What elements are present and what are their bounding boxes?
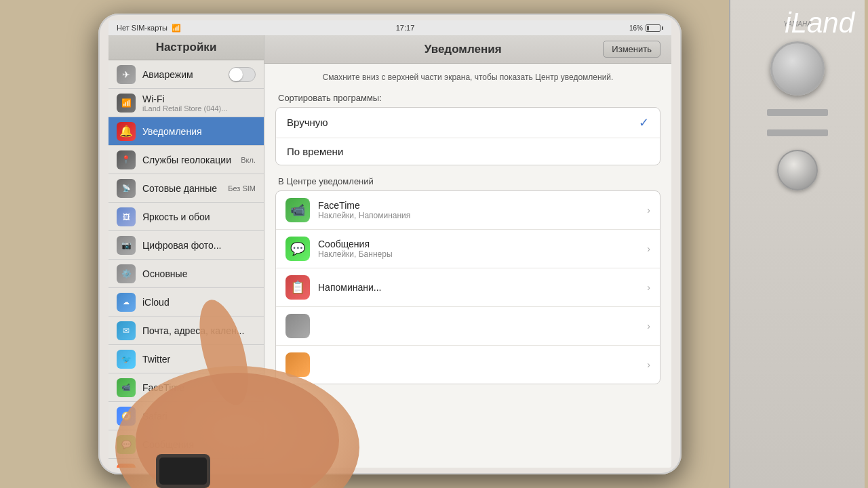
camera-text: Цифровая фото... (142, 240, 256, 251)
watermark-text: iLand (785, 7, 854, 39)
notification-center-label: В Центре уведомлений (275, 176, 660, 186)
general-text: Основные (142, 268, 256, 279)
music-text: Музыка (142, 468, 256, 468)
toggle-track (229, 67, 256, 82)
notif-row5-icon (285, 352, 310, 377)
main-area: Настройки ✈ Авиарежим 📶 (108, 35, 671, 468)
wifi-text: Wi-Fi iLand Retail Store (044)... (142, 94, 256, 113)
location-text: Службы геолокации (142, 155, 234, 165)
sidebar-item-safari[interactable]: 🧭 Safari (108, 402, 264, 430)
ipad-screen: Нет SIM-карты 📶 17:17 16% Настройки (108, 20, 671, 468)
airplane-text: Авиарежим (142, 69, 222, 80)
sidebar-item-airplane[interactable]: ✈ Авиарежим (108, 60, 264, 89)
mail-label: Почта, адреса, кален... (142, 325, 256, 336)
sidebar-item-wallpaper[interactable]: 🖼 Яркость и обои (108, 203, 264, 231)
twitter-text: Twitter (142, 354, 256, 365)
messages-chevron-icon: › (647, 243, 650, 254)
icloud-icon: ☁ (117, 293, 136, 312)
notif-item-row4[interactable]: › (276, 307, 660, 346)
notif-messages-name: Сообщения (318, 239, 639, 249)
cellular-badge: Без SIM (228, 184, 256, 192)
yamaha-knob (770, 41, 825, 96)
music-label: Музыка (142, 468, 256, 468)
sort-option-time[interactable]: По времени (276, 138, 660, 165)
cellular-label: Сотовые данные (142, 183, 221, 194)
hint-text: Смахните вниз с верхней части экрана, чт… (275, 72, 660, 83)
sidebar-item-notifications[interactable]: 🔔 Уведомления (108, 117, 264, 146)
status-right: 16% (629, 24, 663, 32)
notif-reminders-text: Напоминани... (318, 282, 639, 293)
sidebar-item-cellular[interactable]: 📡 Сотовые данные Без SIM (108, 174, 264, 203)
no-sim-text: Нет SIM-карты (117, 24, 167, 32)
edit-button[interactable]: Изменить (603, 41, 660, 58)
battery-indicator (646, 24, 663, 32)
notif-messages-text: Сообщения Наклейки, Баннеры (318, 239, 639, 259)
camera-icon: 📷 (117, 236, 136, 255)
location-label: Службы геолокации (142, 155, 234, 165)
twitter-label: Twitter (142, 354, 256, 365)
notifications-icon: 🔔 (117, 122, 136, 141)
camera-label: Цифровая фото... (142, 240, 256, 251)
sidebar-item-music[interactable]: 🎵 Музыка (108, 459, 264, 468)
sidebar-item-location[interactable]: 📍 Службы геолокации Вкл. (108, 146, 264, 174)
wifi-icon: 📶 (172, 24, 181, 33)
sidebar: Настройки ✈ Авиарежим 📶 (108, 35, 264, 468)
sort-label: Сортировать программы: (275, 93, 660, 103)
airplane-toggle[interactable] (229, 67, 256, 82)
messages-label: Сообщения (142, 439, 256, 450)
notifications-text: Уведомления (142, 126, 256, 137)
safari-icon: 🧭 (117, 407, 136, 426)
cellular-text: Сотовые данные (142, 183, 221, 194)
sidebar-item-general[interactable]: ⚙️ Основные (108, 260, 264, 288)
sidebar-item-twitter[interactable]: 🐦 Twitter (108, 345, 264, 373)
sidebar-item-mail[interactable]: ✉ Почта, адреса, кален... (108, 317, 264, 345)
ipad-frame: Нет SIM-карты 📶 17:17 16% Настройки (98, 14, 682, 474)
notif-item-reminders[interactable]: 📋 Напоминани... › (276, 268, 660, 307)
row5-chevron-icon: › (647, 359, 650, 370)
safari-text: Safari (142, 411, 256, 422)
battery-percent: 16% (629, 24, 643, 32)
location-badge: Вкл. (241, 156, 256, 164)
twitter-icon: 🐦 (117, 350, 136, 369)
content-body: Смахните вниз с верхней части экрана, чт… (264, 64, 671, 468)
sidebar-header: Настройки (108, 35, 264, 60)
sidebar-item-facetime[interactable]: 📹 FaceTime (108, 373, 264, 402)
wifi-sublabel: iLand Retail Store (044)... (142, 104, 256, 113)
wallpaper-text: Яркость и обои (142, 211, 256, 222)
notif-facetime-name: FaceTime (318, 200, 639, 211)
notif-reminders-name: Напоминани... (318, 282, 639, 293)
notif-item-row5[interactable]: › (276, 346, 660, 384)
yamaha-bar2 (767, 129, 828, 136)
sort-options-group: Вручную ✓ По времени (275, 107, 660, 165)
icloud-label: iCloud (142, 297, 256, 308)
notif-messages-icon: 💬 (285, 237, 310, 261)
sidebar-item-camera[interactable]: 📷 Цифровая фото... (108, 231, 264, 260)
reminders-chevron-icon: › (647, 282, 650, 293)
music-icon: 🎵 (117, 464, 136, 468)
status-bar: Нет SIM-карты 📶 17:17 16% (108, 20, 671, 35)
airplane-icon: ✈ (117, 65, 136, 84)
notif-messages-sub: Наклейки, Баннеры (318, 249, 639, 259)
notif-item-facetime[interactable]: 📹 FaceTime Наклейки, Напоминания › (276, 191, 660, 230)
notif-row4-icon (285, 314, 310, 338)
sidebar-item-wifi[interactable]: 📶 Wi-Fi iLand Retail Store (044)... (108, 89, 264, 117)
general-label: Основные (142, 268, 256, 279)
location-icon: 📍 (117, 150, 136, 169)
toggle-thumb (229, 68, 243, 81)
sidebar-item-messages[interactable]: 💬 Сообщения (108, 430, 264, 459)
messages-text: Сообщения (142, 439, 256, 450)
notif-item-messages[interactable]: 💬 Сообщения Наклейки, Баннеры › (276, 230, 660, 268)
status-time: 17:17 (396, 24, 415, 32)
notif-facetime-text: FaceTime Наклейки, Напоминания (318, 200, 639, 220)
facetime-icon: 📹 (117, 378, 136, 397)
sidebar-item-icloud[interactable]: ☁ iCloud (108, 288, 264, 317)
cellular-icon: 📡 (117, 179, 136, 198)
main-content-panel: Уведомления Изменить Смахните вниз с вер… (264, 35, 671, 468)
safari-label: Safari (142, 411, 256, 422)
row4-chevron-icon: › (647, 321, 650, 331)
general-icon: ⚙️ (117, 264, 136, 283)
yamaha-bar1 (767, 109, 828, 116)
sort-option-manual[interactable]: Вручную ✓ (276, 108, 660, 138)
status-left: Нет SIM-карты 📶 (117, 24, 181, 33)
sort-manual-check: ✓ (639, 115, 649, 130)
